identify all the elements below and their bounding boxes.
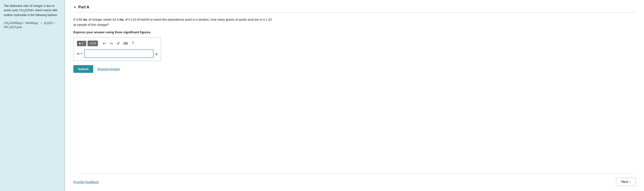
- part-title: Part A: [78, 5, 89, 9]
- express-note: Express your answer using three signific…: [73, 30, 636, 34]
- provide-feedback-button[interactable]: Provide Feedback: [73, 180, 98, 184]
- unit-label: g: [156, 52, 157, 55]
- radical-icon: ■: [79, 42, 81, 45]
- next-label: Next: [621, 180, 628, 184]
- keyboard-button[interactable]: ⌨: [122, 41, 129, 46]
- math-template-button[interactable]: ■ √□: [77, 41, 86, 46]
- undo-icon: ↩: [103, 41, 106, 46]
- input-row: m = g: [77, 49, 157, 58]
- intro-text: The distinctive odor of vinegar is due t…: [4, 4, 61, 17]
- input-label: m =: [77, 52, 82, 55]
- next-chevron-icon: ›: [630, 180, 630, 184]
- greek-symbols-button[interactable]: ΑΣΦ: [88, 40, 98, 46]
- part-header: ▼ Part A: [73, 5, 636, 12]
- toolbar-separator: [100, 41, 100, 45]
- undo-button[interactable]: ↩: [102, 40, 107, 47]
- keyboard-icon: ⌨: [124, 42, 128, 45]
- template-icon: √□: [81, 42, 84, 45]
- answer-box: ■ √□ ΑΣΦ ↩ ↪ ↺ ⌨ ? m =: [73, 37, 161, 61]
- action-row: Submit Request Answer: [73, 65, 636, 73]
- request-answer-button[interactable]: Request Answer: [97, 67, 120, 71]
- math-toolbar: ■ √□ ΑΣΦ ↩ ↪ ↺ ⌨ ?: [77, 40, 157, 47]
- answer-input[interactable]: [84, 49, 154, 58]
- redo-button[interactable]: ↪: [108, 40, 114, 47]
- greek-label: ΑΣΦ: [90, 42, 96, 45]
- right-panel: ▼ Part A If 3.50 mL of vinegar needs 42.…: [65, 0, 644, 191]
- help-button[interactable]: ?: [130, 40, 135, 46]
- next-button[interactable]: Next ›: [616, 178, 636, 186]
- reset-button[interactable]: ↺: [115, 40, 121, 47]
- left-panel: The distinctive odor of vinegar is due t…: [0, 0, 64, 191]
- submit-button[interactable]: Submit: [73, 65, 93, 73]
- redo-icon: ↪: [110, 41, 113, 46]
- chemical-equation: CH3COOH(aq) + NaOH(aq) → H2O(l) + NaC2H3…: [4, 21, 61, 29]
- help-icon: ?: [132, 41, 134, 45]
- bottom-bar: Provide Feedback Next ›: [73, 173, 636, 186]
- question-text: If 3.50 mL of vinegar needs 42.5 mL of 0…: [73, 17, 274, 27]
- collapse-arrow-icon[interactable]: ▼: [73, 5, 76, 9]
- reset-icon: ↺: [116, 41, 120, 46]
